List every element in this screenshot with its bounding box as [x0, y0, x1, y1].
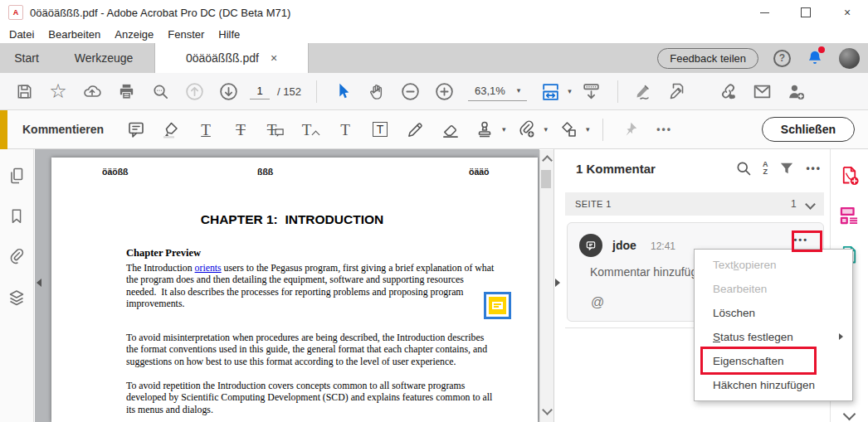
context-menu-item-eigenschaften[interactable]: Eigenschaften	[695, 349, 852, 373]
collapse-group-icon[interactable]	[805, 199, 816, 210]
save-icon[interactable]	[10, 77, 38, 105]
zoom-out-icon[interactable]	[397, 77, 425, 105]
maximize-icon	[801, 7, 811, 17]
context-menu-item-status-festlegen[interactable]: Status festlegen	[695, 325, 852, 349]
context-menu-item-text-kopieren[interactable]: Text kopieren	[695, 253, 852, 277]
orients-hyperlink[interactable]: orients	[195, 262, 222, 274]
tabbar-right-controls: Feedback teilen ?	[657, 43, 860, 73]
previous-page-icon[interactable]	[180, 77, 208, 105]
scroll-up-icon[interactable]	[542, 155, 553, 166]
context-menu-item-loeschen[interactable]: Löschen	[695, 301, 852, 325]
search-icon[interactable]	[146, 77, 174, 105]
draw-pencil-tool-icon[interactable]	[401, 115, 429, 143]
chevron-down-icon[interactable]: ▾	[502, 126, 506, 133]
minimize-button[interactable]	[744, 0, 785, 25]
window-controls: ×	[744, 0, 868, 25]
scroll-down-icon[interactable]	[542, 405, 553, 415]
chevron-down-icon[interactable]: ▾	[568, 88, 572, 95]
page-group-header[interactable]: SEITE 1 1	[565, 192, 824, 216]
organize-pages-icon[interactable]	[838, 204, 861, 226]
page-number-input[interactable]	[250, 83, 270, 99]
attach-file-tool-icon[interactable]	[513, 115, 541, 143]
page-group-label: SEITE 1	[575, 199, 612, 209]
add-text-tool-icon[interactable]: T	[331, 115, 359, 143]
comment-options-icon[interactable]: •••	[793, 235, 808, 245]
feedback-button[interactable]: Feedback teilen	[657, 48, 758, 69]
cloud-upload-icon[interactable]	[78, 77, 106, 105]
highlight-tool-icon[interactable]	[157, 115, 185, 143]
comments-options-icon[interactable]: •••	[806, 162, 822, 174]
search-comments-icon[interactable]	[735, 160, 752, 177]
close-comment-mode-button[interactable]: Schließen	[762, 117, 855, 142]
fit-width-group: ▾	[536, 77, 572, 105]
comment-toolbar: Kommentieren T T T T T T ▾	[0, 110, 868, 149]
menu-bearbeiten[interactable]: Bearbeiten	[48, 28, 100, 41]
page-thumbnails-icon[interactable]	[7, 166, 27, 186]
email-icon[interactable]	[749, 77, 777, 105]
menu-datei[interactable]: Datei	[9, 28, 34, 41]
sticky-note-annotation[interactable]	[484, 292, 511, 319]
sticky-note-tool-icon[interactable]	[122, 115, 150, 143]
bookmarks-icon[interactable]	[7, 207, 26, 226]
page-display-icon[interactable]	[578, 77, 606, 105]
close-button[interactable]: ×	[827, 0, 868, 25]
stamp-tool-icon[interactable]	[471, 115, 499, 143]
zoom-level-select[interactable]: 63,1% ▾	[468, 82, 527, 101]
add-comment-placeholder[interactable]: Kommentar hinzufügen	[590, 265, 710, 279]
menu-fenster[interactable]: Fenster	[168, 28, 204, 41]
comment-context-menu: Text kopieren Bearbeiten Löschen Status …	[694, 249, 853, 401]
select-tool-icon[interactable]	[329, 77, 357, 105]
star-icon[interactable]: ☆	[44, 77, 72, 105]
insert-text-tool-icon[interactable]: T	[296, 115, 324, 143]
layers-icon[interactable]	[7, 288, 27, 308]
strikethrough-text-tool-icon[interactable]: T	[227, 115, 255, 143]
attachments-icon[interactable]	[7, 247, 27, 266]
hand-tool-icon[interactable]	[363, 77, 391, 105]
underline-text-tool-icon[interactable]: T	[192, 115, 220, 143]
tab-start[interactable]: Start	[0, 43, 53, 73]
user-avatar[interactable]	[839, 48, 860, 69]
document-scrollbar[interactable]	[539, 150, 554, 422]
context-menu-item-haekchen-hinzufuegen[interactable]: Häkchen hinzufügen	[695, 373, 852, 397]
add-person-icon[interactable]	[783, 77, 811, 105]
collapse-right-pane-icon[interactable]	[555, 279, 560, 287]
edit-pdf-icon[interactable]	[664, 77, 692, 105]
zoom-in-icon[interactable]	[431, 77, 459, 105]
menu-hilfe[interactable]: Hilfe	[218, 28, 240, 41]
filter-comments-icon[interactable]	[778, 160, 795, 177]
next-page-icon[interactable]	[214, 77, 242, 105]
notifications-bell-icon[interactable]	[806, 48, 824, 68]
drawing-shapes-tool-icon[interactable]	[554, 115, 583, 143]
minimize-icon	[760, 12, 769, 13]
replace-text-tool-icon[interactable]: T	[261, 115, 290, 143]
more-options-icon[interactable]: •••	[651, 115, 679, 143]
fit-width-icon[interactable]	[536, 77, 564, 105]
menu-anzeige[interactable]: Anzeige	[115, 28, 154, 41]
comments-panel-tools: AZ •••	[735, 160, 822, 177]
keep-tool-pin-icon[interactable]	[616, 115, 644, 143]
share-link-icon[interactable]	[714, 77, 743, 105]
sign-pen-icon[interactable]	[630, 77, 658, 105]
comment-author-avatar	[579, 234, 602, 257]
tab-close-icon[interactable]: ×	[271, 51, 277, 65]
help-icon[interactable]: ?	[773, 50, 791, 67]
notification-dot	[818, 46, 825, 53]
maximize-button[interactable]	[785, 0, 827, 25]
scrollbar-thumb[interactable]	[541, 170, 551, 188]
text-box-tool-icon[interactable]: T	[366, 115, 394, 143]
main-toolbar: ☆ / 152 63,1% ▾	[0, 73, 868, 110]
eraser-tool-icon[interactable]	[436, 115, 464, 143]
chevron-down-icon[interactable]: ▾	[586, 126, 590, 133]
mention-icon[interactable]: @	[591, 295, 604, 310]
paragraph-1: The Introduction orients users to the Pe…	[126, 262, 495, 310]
expand-tools-icon[interactable]	[830, 410, 868, 419]
collapse-left-pane-icon[interactable]	[37, 279, 41, 287]
chevron-down-icon[interactable]: ▾	[544, 126, 549, 133]
tab-werkzeuge[interactable]: Werkzeuge	[53, 43, 154, 73]
context-menu-item-bearbeiten[interactable]: Bearbeiten	[695, 277, 852, 301]
sort-comments-icon[interactable]: AZ	[763, 161, 768, 177]
comment-mode-accent-bar	[0, 110, 7, 149]
print-icon[interactable]	[112, 77, 140, 105]
tab-document[interactable]: 0öäöäßßß.pdf ×	[154, 43, 309, 73]
create-pdf-icon[interactable]	[838, 164, 861, 187]
